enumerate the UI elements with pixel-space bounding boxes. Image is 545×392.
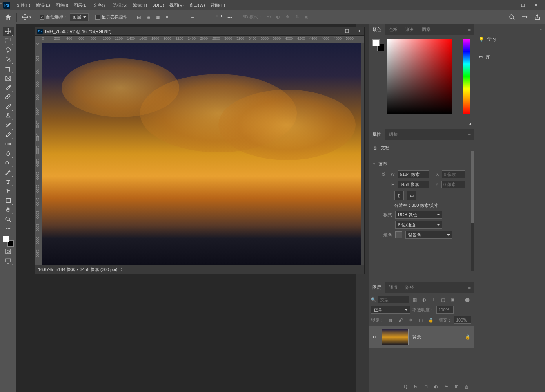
group-icon[interactable]: 🗀 (443, 385, 449, 389)
layer-row-background[interactable]: 👁 背景 🔒 (369, 326, 474, 348)
search-icon[interactable] (507, 13, 517, 22)
tab-patterns[interactable]: 图案 (418, 24, 434, 35)
3d-camera-icon[interactable]: ▣ (302, 13, 311, 22)
stamp-tool[interactable] (3, 111, 14, 121)
hand-tool[interactable] (3, 205, 14, 215)
close-button[interactable]: ✕ (529, 0, 542, 10)
gradient-tool[interactable] (3, 139, 14, 149)
auto-select-checkbox[interactable]: 自动选择： (40, 14, 67, 20)
ruler-horizontal[interactable]: 0200400600800100012001400160018002000220… (35, 36, 364, 43)
3d-orbit-icon[interactable]: ⟲ (264, 13, 273, 22)
path-select-tool[interactable] (3, 186, 14, 196)
pen-tool[interactable] (3, 168, 14, 177)
filter-shape-icon[interactable]: ▢ (439, 296, 447, 303)
menu-select[interactable]: 选择(S) (110, 0, 130, 10)
layer-mask-icon[interactable]: ◻ (423, 384, 429, 389)
doc-minimize-icon[interactable]: ─ (332, 29, 339, 34)
show-transform-checkbox[interactable]: 显示变换控件 (95, 14, 127, 20)
y-input[interactable] (441, 181, 465, 188)
frame-tool[interactable] (3, 74, 14, 83)
3d-roll-icon[interactable]: ◐ (273, 13, 283, 22)
props-panel-menu-icon[interactable]: ≡ (465, 130, 474, 140)
move-tool[interactable] (3, 27, 14, 36)
learn-panel-button[interactable]: 💡学习 (474, 33, 545, 45)
filter-pixel-icon[interactable]: ▦ (411, 296, 419, 303)
props-scrollbar[interactable] (471, 151, 474, 271)
orientation-portrait-icon[interactable]: ▯ (394, 191, 404, 200)
visibility-toggle-icon[interactable]: 👁 (372, 335, 378, 340)
collapse-mini-icon[interactable]: » (474, 27, 545, 33)
menu-type[interactable]: 文字(Y) (91, 0, 111, 10)
align-left-icon[interactable]: ▤ (134, 13, 144, 22)
align-hcenter-icon[interactable]: ▦ (144, 13, 153, 22)
tab-properties[interactable]: 属性 (369, 129, 385, 140)
width-input[interactable] (398, 170, 429, 178)
maximize-button[interactable]: ☐ (517, 0, 529, 10)
align-right-icon[interactable]: ▥ (153, 13, 162, 22)
crop-tool[interactable] (3, 64, 14, 74)
filter-smart-icon[interactable]: ▣ (449, 296, 456, 303)
healing-tool[interactable] (3, 92, 14, 102)
lasso-tool[interactable] (3, 45, 14, 55)
menu-layer[interactable]: 图层(L) (71, 0, 90, 10)
lock-position-icon[interactable]: ✥ (407, 316, 414, 324)
zoom-tool[interactable] (3, 215, 14, 224)
menu-help[interactable]: 帮助(H) (208, 0, 228, 10)
fill-opacity-input[interactable] (454, 316, 471, 324)
layer-lock-icon[interactable]: 🔒 (465, 334, 471, 340)
menu-view[interactable]: 视图(V) (167, 0, 187, 10)
eyedropper-tool[interactable] (3, 83, 14, 92)
expand-toolbar-icon[interactable]: » (0, 0, 5, 5)
distribute-icon[interactable]: ⋮⋮ (213, 13, 225, 22)
filter-type-icon[interactable]: T (430, 296, 438, 303)
menu-3d[interactable]: 3D(D) (150, 0, 167, 10)
doc-maximize-icon[interactable]: ☐ (343, 29, 351, 34)
menu-edit[interactable]: 编辑(E) (33, 0, 53, 10)
align-top-icon[interactable]: ⫠ (178, 13, 188, 22)
orientation-landscape-icon[interactable]: ▭ (407, 191, 416, 200)
blur-tool[interactable] (3, 149, 14, 158)
align-justify-icon[interactable]: ≡ (162, 13, 172, 22)
x-input[interactable] (442, 170, 465, 178)
lock-pixels-icon[interactable]: 🖌 (396, 316, 404, 324)
doc-close-icon[interactable]: ✕ (355, 29, 362, 34)
layer-fx-icon[interactable]: fx (412, 385, 419, 389)
menu-window[interactable]: 窗口(W) (187, 0, 208, 10)
libraries-panel-button[interactable]: ▭库 (474, 51, 545, 63)
bit-depth-select[interactable]: 8 位/通道 (395, 221, 442, 229)
3d-pan-icon[interactable]: ✥ (283, 13, 292, 22)
tab-adjustments[interactable]: 调整 (385, 129, 401, 140)
history-brush-tool[interactable] (3, 121, 14, 130)
color-mode-select[interactable]: RGB 颜色 (395, 211, 442, 219)
type-tool[interactable] (3, 177, 14, 186)
tab-color[interactable]: 颜色 (369, 24, 385, 35)
align-bottom-icon[interactable]: ⫠ (197, 13, 207, 22)
fill-select[interactable]: 背景色 (405, 231, 452, 239)
3d-slide-icon[interactable]: ⇅ (292, 13, 302, 22)
layer-thumbnail[interactable] (382, 329, 409, 345)
fill-swatch[interactable] (395, 231, 402, 238)
move-tool-icon[interactable]: ▾ (20, 13, 33, 22)
color-fgbg[interactable] (372, 39, 384, 51)
tab-channels[interactable]: 通道 (385, 282, 401, 293)
workspace-icon[interactable]: ▭▾ (520, 13, 529, 22)
foreground-background-colors[interactable] (3, 236, 14, 247)
tab-paths[interactable]: 路径 (401, 282, 418, 293)
canvas-section-header[interactable]: 画布 (373, 159, 469, 169)
minimize-button[interactable]: ─ (504, 0, 517, 10)
tab-swatches[interactable]: 色板 (385, 24, 401, 35)
marquee-tool[interactable] (3, 36, 14, 45)
edit-toolbar-icon[interactable]: ••• (3, 224, 14, 233)
link-layers-icon[interactable]: ⛓ (402, 385, 409, 389)
tab-layers[interactable]: 图层 (369, 282, 385, 293)
layer-kind-filter[interactable] (378, 296, 409, 303)
lock-transparency-icon[interactable]: ▩ (386, 316, 394, 324)
layers-panel-menu-icon[interactable]: ≡ (465, 284, 474, 293)
color-panel-menu-icon[interactable]: ≡ (465, 25, 474, 35)
doc-dimensions[interactable]: 5184 像素 x 3456 像素 (300 ppi) (56, 267, 117, 273)
brush-tool[interactable] (3, 102, 14, 111)
share-icon[interactable] (532, 13, 542, 22)
delete-layer-icon[interactable]: 🗑 (463, 385, 470, 389)
ruler-vertical[interactable]: 0200400600800100012001400160018002000220… (35, 43, 42, 265)
filter-adjust-icon[interactable]: ◐ (420, 296, 428, 303)
